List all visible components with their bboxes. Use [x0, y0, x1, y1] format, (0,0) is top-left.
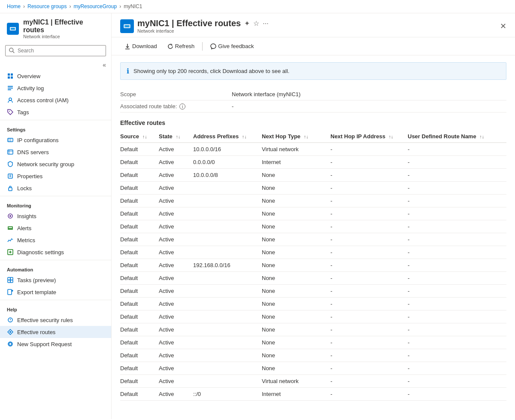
route-table-label: Associated route table: i — [120, 103, 232, 110]
insights-icon — [7, 213, 14, 219]
routes-table: Source ↑↓ State ↑↓ Address Prefixes ↑↓ — [120, 131, 506, 401]
svg-rect-11 — [8, 89, 11, 90]
sidebar-item-activity-log[interactable]: Activity log — [0, 82, 111, 94]
svg-rect-10 — [8, 88, 13, 88]
refresh-button[interactable]: Refresh — [163, 41, 199, 52]
cell-address-prefix — [193, 182, 262, 195]
cell-state: Active — [159, 259, 193, 272]
table-row: Default Active None - - — [120, 298, 506, 310]
sidebar-item-insights[interactable]: Insights — [0, 210, 111, 222]
export-template-label: Export template — [17, 289, 56, 295]
svg-rect-27 — [9, 227, 12, 228]
more-options-icon[interactable]: ··· — [263, 20, 268, 27]
cell-udr-name: - — [408, 195, 506, 207]
cell-state: Active — [159, 195, 193, 207]
diagnostic-icon — [7, 249, 14, 256]
table-row: Default Active ::/0 Internet - - — [120, 388, 506, 401]
col-header-address[interactable]: Address Prefixes ↑↓ — [193, 131, 262, 143]
col-header-state[interactable]: State ↑↓ — [159, 131, 193, 143]
cell-next-hop-type: Internet — [262, 388, 330, 401]
sidebar-item-properties[interactable]: Properties — [0, 170, 111, 182]
cell-address-prefix — [193, 195, 262, 207]
cell-udr-name: - — [408, 169, 506, 182]
cell-address-prefix — [193, 323, 262, 336]
col-header-hop-type[interactable]: Next Hop Type ↑↓ — [262, 131, 330, 143]
svg-rect-20 — [8, 174, 12, 178]
sort-address-icon: ↑↓ — [242, 134, 247, 139]
content-body: ℹ Showing only top 200 records, click Do… — [112, 55, 515, 419]
collapse-button[interactable]: « — [0, 60, 111, 70]
scope-label: Scope — [120, 91, 232, 97]
sidebar-item-tags[interactable]: Tags — [0, 106, 111, 118]
breadcrumb-resource-groups[interactable]: Resource groups — [27, 3, 67, 9]
cell-next-hop-type: None — [262, 310, 330, 323]
feedback-button[interactable]: Give feedback — [206, 41, 258, 52]
cell-udr-name: - — [408, 298, 506, 310]
table-row: Default Active None - - — [120, 323, 506, 336]
sidebar-item-nsg[interactable]: Network security group — [0, 158, 111, 170]
tasks-icon — [7, 277, 14, 283]
table-row: Default Active None - - — [120, 362, 506, 375]
cell-address-prefix — [193, 362, 262, 375]
svg-point-39 — [10, 321, 11, 322]
sidebar-item-diagnostic-settings[interactable]: Diagnostic settings — [0, 246, 111, 258]
sidebar-item-dns-servers[interactable]: DNS servers — [0, 146, 111, 158]
cell-udr-name: - — [408, 182, 506, 195]
nic-logo-icon — [9, 25, 17, 33]
sidebar-item-new-support[interactable]: New Support Request — [0, 338, 111, 350]
sidebar-item-metrics[interactable]: Metrics — [0, 234, 111, 246]
sidebar-item-locks[interactable]: Locks — [0, 182, 111, 194]
cell-state: Active — [159, 169, 193, 182]
breadcrumb-my-resource-group[interactable]: myResourceGroup — [73, 3, 117, 9]
favorite-icon[interactable]: ☆ — [253, 19, 259, 27]
col-header-source[interactable]: Source ↑↓ — [120, 131, 159, 143]
cell-state: Active — [159, 310, 193, 323]
search-container — [0, 43, 111, 60]
cell-next-hop-type: None — [262, 272, 330, 285]
sidebar-item-export-template[interactable]: Export template — [0, 286, 111, 298]
cell-udr-name: - — [408, 285, 506, 298]
cell-state: Active — [159, 143, 193, 156]
sidebar-item-access-control[interactable]: Access control (IAM) — [0, 94, 111, 106]
close-button[interactable]: ✕ — [500, 21, 506, 31]
search-input[interactable] — [5, 45, 106, 56]
info-icon: ℹ — [127, 67, 129, 75]
sidebar-item-overview[interactable]: Overview — [0, 70, 111, 82]
svg-point-52 — [128, 25, 129, 26]
cell-state: Active — [159, 298, 193, 310]
access-control-icon — [7, 97, 14, 103]
access-control-label: Access control (IAM) — [17, 97, 69, 103]
sort-state-icon: ↑↓ — [176, 134, 180, 139]
cell-address-prefix — [193, 220, 262, 233]
cell-state: Active — [159, 375, 193, 388]
cell-next-hop-type: None — [262, 349, 330, 362]
section-settings-label: Settings — [0, 122, 111, 134]
tags-label: Tags — [17, 109, 29, 116]
cell-address-prefix: 0.0.0.0/0 — [193, 156, 262, 169]
svg-rect-14 — [8, 138, 13, 142]
download-button[interactable]: Download — [120, 41, 161, 52]
sidebar-item-effective-security-rules[interactable]: Effective security rules — [0, 314, 111, 326]
sidebar-item-ip-configurations[interactable]: IP configurations — [0, 134, 111, 146]
table-row: Default Active None - - — [120, 246, 506, 259]
col-header-hop-ip[interactable]: Next Hop IP Address ↑↓ — [330, 131, 408, 143]
cell-address-prefix — [193, 336, 262, 349]
pin-icon[interactable]: ✦ — [244, 19, 250, 27]
table-row: Default Active 192.168.0.0/16 None - - — [120, 259, 506, 272]
cell-next-hop-ip: - — [330, 233, 408, 246]
sidebar-item-tasks[interactable]: Tasks (preview) — [0, 274, 111, 286]
activity-log-label: Activity log — [17, 85, 44, 91]
cell-address-prefix: 192.168.0.0/16 — [193, 259, 262, 272]
col-header-udr[interactable]: User Defined Route Name ↑↓ — [408, 131, 506, 143]
cell-address-prefix: 10.0.0.0/8 — [193, 169, 262, 182]
support-icon — [7, 341, 14, 347]
effective-routes-label: Effective routes — [17, 329, 55, 335]
cell-udr-name: - — [408, 233, 506, 246]
svg-point-3 — [12, 28, 13, 29]
breadcrumb-home[interactable]: Home — [7, 3, 21, 9]
cell-next-hop-type: None — [262, 285, 330, 298]
cell-next-hop-type: None — [262, 220, 330, 233]
svg-point-43 — [9, 343, 12, 345]
sidebar-item-effective-routes[interactable]: Effective routes — [0, 326, 111, 338]
sidebar-item-alerts[interactable]: Alerts — [0, 222, 111, 234]
